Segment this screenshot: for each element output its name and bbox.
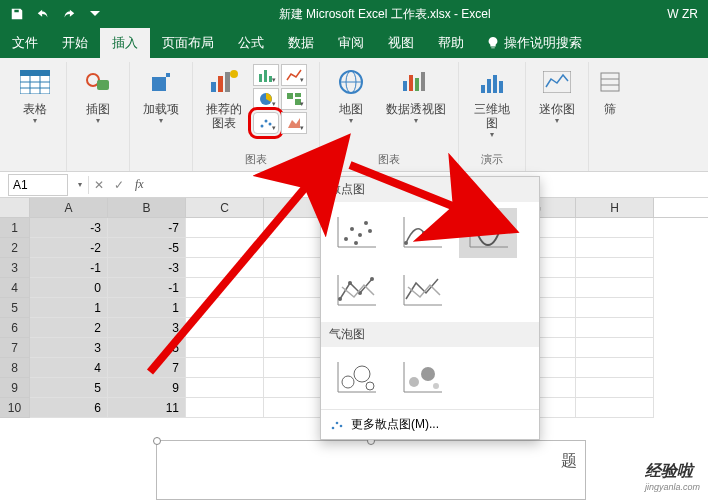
cell[interactable]: -1 [108,278,186,298]
cell[interactable] [186,258,264,278]
cell[interactable]: -3 [30,218,108,238]
tab-help[interactable]: 帮助 [426,28,476,58]
cell[interactable]: -3 [108,258,186,278]
cell[interactable] [186,378,264,398]
cell[interactable]: -2 [30,238,108,258]
cell[interactable] [576,218,654,238]
tab-home[interactable]: 开始 [50,28,100,58]
pivotchart-button[interactable]: 数据透视图 ▾ [380,62,452,129]
col-header-A[interactable]: A [30,198,108,217]
scatter-straight-lines-option[interactable] [393,266,451,316]
redo-icon[interactable] [58,3,80,25]
row-header[interactable]: 6 [0,318,30,338]
sparklines-button[interactable]: 迷你图 ▾ [532,62,582,129]
bubble-3d-option[interactable] [393,353,451,403]
maps-button[interactable]: 地图 ▾ [326,62,376,129]
scatter-smooth-lines-option[interactable] [459,208,517,258]
row-header[interactable]: 10 [0,398,30,418]
illustrations-button[interactable]: 插图 ▾ [73,62,123,129]
cell[interactable] [576,378,654,398]
cell[interactable]: 9 [108,378,186,398]
surface-chart-button[interactable]: ▾ [281,112,307,134]
cell[interactable] [576,238,654,258]
row-header[interactable]: 9 [0,378,30,398]
row-header[interactable]: 8 [0,358,30,378]
name-box-dropdown[interactable]: ▾ [72,180,88,189]
recommended-charts-button[interactable]: 推荐的 图表 [199,62,249,134]
cell[interactable] [576,358,654,378]
tell-me[interactable]: 操作说明搜索 [476,28,592,58]
filters-button[interactable]: 筛 [595,62,625,120]
col-header-B[interactable]: B [108,198,186,217]
cell[interactable]: 5 [30,378,108,398]
cell[interactable] [576,298,654,318]
bubble-option[interactable] [327,353,385,403]
cell[interactable]: 11 [108,398,186,418]
cancel-fx-button[interactable]: ✕ [89,178,109,192]
cell[interactable] [186,218,264,238]
cell[interactable] [186,278,264,298]
row-header[interactable]: 5 [0,298,30,318]
save-icon[interactable] [6,3,28,25]
cell[interactable]: -5 [108,238,186,258]
cell[interactable] [576,398,654,418]
tables-button[interactable]: 表格 ▾ [10,62,60,129]
column-chart-button[interactable]: ▾ [253,64,279,86]
cell[interactable]: 3 [30,338,108,358]
tab-file[interactable]: 文件 [0,28,50,58]
cell[interactable]: 4 [30,358,108,378]
scatter-straight-markers-option[interactable] [327,266,385,316]
cell[interactable] [576,258,654,278]
scatter-markers-option[interactable] [327,208,385,258]
cell[interactable] [186,338,264,358]
col-header-C[interactable]: C [186,198,264,217]
cell[interactable] [576,318,654,338]
row-header[interactable]: 4 [0,278,30,298]
scatter-chart-button[interactable]: ▾ [253,112,279,134]
cell[interactable]: 1 [30,298,108,318]
cell[interactable] [576,338,654,358]
qat-customize-icon[interactable] [84,3,106,25]
3dmap-button[interactable]: 三维地 图 ▾ [465,62,519,143]
cell[interactable] [186,298,264,318]
fx-icon[interactable]: fx [129,177,150,192]
cell[interactable]: -7 [108,218,186,238]
cell[interactable]: 3 [108,318,186,338]
cell[interactable]: 0 [30,278,108,298]
name-box[interactable]: A1 [8,174,68,196]
hierarchy-chart-button[interactable]: ▾ [281,88,307,110]
tab-data[interactable]: 数据 [276,28,326,58]
scatter-smooth-markers-option[interactable] [393,208,451,258]
cell[interactable] [576,278,654,298]
row-header[interactable]: 7 [0,338,30,358]
cell[interactable]: 7 [108,358,186,378]
tab-view[interactable]: 视图 [376,28,426,58]
cell[interactable]: 1 [108,298,186,318]
select-all-button[interactable] [0,198,30,217]
cell[interactable]: 5 [108,338,186,358]
col-header-H[interactable]: H [576,198,654,217]
cell[interactable]: 2 [30,318,108,338]
user-name[interactable]: W ZR [657,7,708,21]
row-header[interactable]: 3 [0,258,30,278]
row-header[interactable]: 1 [0,218,30,238]
tab-layout[interactable]: 页面布局 [150,28,226,58]
more-scatter-charts[interactable]: 更多散点图(M)... [321,409,539,439]
cell[interactable]: -1 [30,258,108,278]
undo-icon[interactable] [32,3,54,25]
addins-button[interactable]: 加载项 ▾ [136,62,186,129]
quick-access-toolbar [0,3,112,25]
tab-review[interactable]: 审阅 [326,28,376,58]
cell[interactable] [186,398,264,418]
chart-object[interactable]: 题 [156,440,586,500]
cell[interactable] [186,358,264,378]
tab-insert[interactable]: 插入 [100,28,150,58]
pie-chart-button[interactable]: ▾ [253,88,279,110]
tab-formulas[interactable]: 公式 [226,28,276,58]
enter-fx-button[interactable]: ✓ [109,178,129,192]
line-chart-button[interactable]: ▾ [281,64,307,86]
cell[interactable]: 6 [30,398,108,418]
cell[interactable] [186,238,264,258]
row-header[interactable]: 2 [0,238,30,258]
cell[interactable] [186,318,264,338]
